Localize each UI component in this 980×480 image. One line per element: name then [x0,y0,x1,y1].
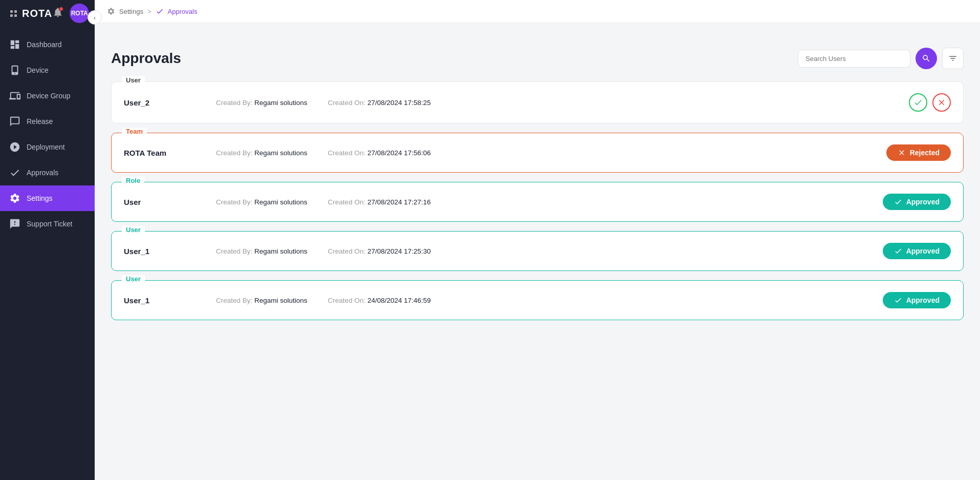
search-button[interactable] [916,48,937,69]
sidebar-collapse-button[interactable]: ‹ [88,10,102,25]
sidebar-label-release: Release [27,117,53,126]
section-label-5: User [122,275,145,283]
card-row-1: User_2 Created By: Regami solutions Crea… [112,82,963,123]
breadcrumb-current: Approvals [168,8,198,15]
card-meta-1: Created By: Regami solutions Created On:… [216,99,899,107]
approval-card-1: User User_2 Created By: Regami solutions… [111,81,964,123]
approval-card-4: User User_1 Created By: Regami solutions… [111,231,964,271]
card-name-4: User_1 [124,247,206,256]
sidebar-label-device: Device [27,66,49,74]
sidebar-navigation: Dashboard Device Device Group [0,27,95,480]
filter-icon [948,54,957,63]
approved-status-button-5[interactable]: Approved [883,292,951,308]
avatar-text: ROTA [71,10,88,17]
created-on-3: Created On: 27/08/2024 17:27:16 [328,198,431,206]
card-row-4: User_1 Created By: Regami solutions Crea… [112,232,963,270]
sidebar-label-support: Support Ticket [27,220,73,228]
card-actions-5: Approved [883,292,951,308]
page-title: Approvals [111,50,181,67]
sidebar-label-device-group: Device Group [27,92,71,100]
support-icon [9,218,20,229]
main-content: Approvals User [95,23,980,480]
approval-card-3: Role User Created By: Regami solutions C… [111,182,964,222]
app-name: ROTA [22,8,52,19]
notification-bell[interactable] [52,7,63,20]
sidebar-label-settings: Settings [27,194,53,202]
created-on-4: Created On: 27/08/2024 17:25:30 [328,247,431,255]
card-actions-4: Approved [883,243,951,259]
card-actions-2: Rejected [886,144,951,161]
created-by-1: Created By: Regami solutions [216,99,308,107]
approval-card-5: User User_1 Created By: Regami solutions… [111,280,964,320]
dashboard-icon [9,39,20,50]
release-icon [9,116,20,127]
device-group-icon [9,90,20,101]
sidebar-header: ROTA ROTA [0,0,95,27]
search-area [798,48,964,69]
approval-card-2: Team ROTA Team Created By: Regami soluti… [111,133,964,173]
breadcrumb-separator: > [147,8,151,15]
sidebar-nav-panel: ROTA ROTA Dashboard [0,0,95,480]
approved-status-button-3[interactable]: Approved [883,194,951,210]
section-label-2: Team [122,128,147,135]
approved-label-text: Approved [906,247,940,255]
approved-label-text: Approved [906,198,940,206]
sidebar-item-approvals[interactable]: Approvals [0,160,95,185]
approve-button-1[interactable] [909,93,927,112]
breadcrumb: Settings > Approvals [95,0,980,23]
section-label-3: Role [122,177,144,184]
section-label-4: User [122,226,145,234]
card-row-5: User_1 Created By: Regami solutions Crea… [112,281,963,320]
section-label-1: User [122,76,145,84]
card-meta-5: Created By: Regami solutions Created On:… [216,297,873,304]
created-by-5: Created By: Regami solutions [216,297,308,304]
sidebar-label-approvals: Approvals [27,169,58,177]
created-on-5: Created On: 24/08/2024 17:46:59 [328,297,431,304]
card-name-3: User [124,198,206,206]
avatar[interactable]: ROTA [70,4,89,23]
rejected-status-button-2[interactable]: Rejected [886,144,951,161]
settings-breadcrumb-icon [107,7,115,15]
approved-label-text: Approved [906,296,940,304]
approved-check-icon [894,296,902,304]
page-header: Approvals [111,35,964,69]
settings-icon [9,193,20,204]
logo-dots-icon [10,10,17,17]
filter-button[interactable] [942,48,964,69]
breadcrumb-settings: Settings [119,8,143,15]
search-input-wrap [798,50,910,68]
approved-check-icon [894,247,902,255]
sidebar: ROTA ROTA Dashboard [0,0,95,480]
reject-button-1[interactable] [932,93,951,112]
sidebar-item-device[interactable]: Device [0,57,95,83]
device-icon [9,65,20,76]
rejected-label-text: Rejected [910,149,940,157]
approvals-icon [9,167,20,178]
created-by-4: Created By: Regami solutions [216,247,308,255]
card-name-1: User_2 [124,98,206,107]
sidebar-item-deployment[interactable]: Deployment [0,134,95,160]
card-row-3: User Created By: Regami solutions Create… [112,182,963,221]
sidebar-label-dashboard: Dashboard [27,40,62,49]
rejected-icon [898,149,906,157]
approvals-list: User User_2 Created By: Regami solutions… [111,81,964,320]
approved-status-button-4[interactable]: Approved [883,243,951,259]
card-meta-2: Created By: Regami solutions Created On:… [216,149,876,157]
sidebar-item-release[interactable]: Release [0,109,95,134]
search-input[interactable] [798,50,910,68]
created-on-2: Created On: 27/08/2024 17:56:06 [328,149,431,157]
sidebar-item-settings[interactable]: Settings [0,185,95,211]
close-icon [937,98,946,107]
search-icon [922,54,931,63]
created-on-1: Created On: 27/08/2024 17:58:25 [328,99,431,107]
sidebar-item-support-ticket[interactable]: Support Ticket [0,211,95,237]
card-name-2: ROTA Team [124,149,206,157]
created-by-3: Created By: Regami solutions [216,198,308,206]
card-meta-4: Created By: Regami solutions Created On:… [216,247,873,255]
card-actions-3: Approved [883,194,951,210]
card-name-5: User_1 [124,296,206,305]
sidebar-item-device-group[interactable]: Device Group [0,83,95,109]
deployment-icon [9,141,20,153]
sidebar-item-dashboard[interactable]: Dashboard [0,32,95,57]
approvals-breadcrumb-icon [156,7,164,15]
